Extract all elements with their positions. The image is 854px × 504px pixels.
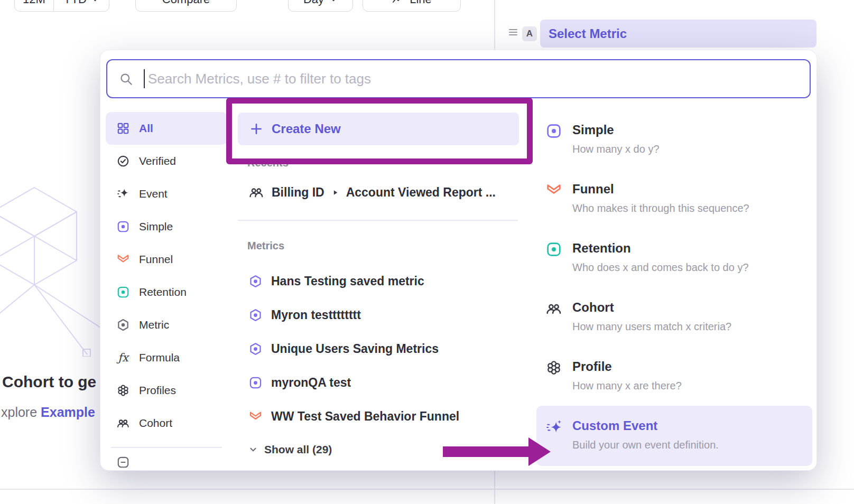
sidebar-item-label: Profiles [139, 384, 176, 397]
sidebar-item-retention[interactable]: Retention [106, 276, 227, 309]
chevron-down-icon [248, 445, 258, 454]
select-metric-field[interactable]: Select Metric [540, 20, 816, 48]
search-box [106, 59, 811, 98]
create-new-label: Create New [272, 122, 341, 136]
chart-type-line-button[interactable]: Line [363, 0, 461, 12]
range-12m-label: 12M [23, 0, 45, 6]
type-title: Retention [572, 240, 804, 257]
background-heading-fragment: Cohort to ge [2, 373, 96, 391]
profiles-flower-icon [545, 359, 562, 376]
simple-metric-icon [248, 376, 263, 390]
plus-icon [249, 122, 263, 136]
simple-metric-icon [545, 123, 562, 139]
type-funnel[interactable]: Funnel Who makes it through this sequenc… [545, 181, 804, 214]
recent-item-secondary: Account Viewed Report ... [346, 185, 496, 200]
cohort-people-icon [116, 416, 130, 430]
breadcrumb-arrow-icon [332, 189, 339, 196]
chevron-down-icon [329, 0, 338, 4]
search-icon [119, 72, 133, 86]
metric-list-item[interactable]: Unique Users Saving Metrics [238, 332, 519, 366]
funnel-icon [545, 182, 562, 199]
type-title: Cohort [572, 299, 804, 316]
show-all-label: Show all (29) [264, 443, 332, 456]
type-description: How many x do y? [572, 143, 804, 155]
range-12m-button[interactable]: 12M [15, 0, 54, 11]
type-description: How many x are there? [572, 380, 804, 392]
sidebar-item-label: Retention [139, 286, 187, 298]
sidebar-item-label: Verified [139, 155, 176, 167]
compare-button[interactable]: Compare [135, 0, 237, 12]
sidebar-item-label: Simple [139, 220, 173, 233]
type-cohort[interactable]: Cohort How many users match x criteria? [545, 299, 804, 333]
grid-icon [116, 122, 130, 135]
sidebar-item-partial[interactable] [106, 455, 227, 471]
sidebar-item-funnel[interactable]: Funnel [106, 243, 227, 276]
sidebar-item-label: Cohort [139, 417, 172, 430]
metric-label: WW Test Saved Behavior Funnel [271, 409, 459, 424]
type-profile[interactable]: Profile How many x are there? [545, 358, 804, 392]
date-range-segmented-control: 12M YTD [14, 0, 109, 12]
explore-fragment: xplore [1, 405, 41, 419]
recents-header: Recents [247, 157, 519, 169]
sidebar-item-all[interactable]: All [106, 112, 227, 145]
metric-list-item[interactable]: Myron testttttttt [238, 298, 519, 332]
sidebar-item-event[interactable]: Event [106, 178, 227, 210]
type-title: Custom Event [572, 417, 804, 434]
show-all-toggle[interactable]: Show all (29) [238, 439, 519, 460]
metrics-column: Create New Recents Billing ID Account Vi… [238, 113, 519, 460]
metric-hexagon-icon [116, 318, 130, 332]
metric-row-badge: A [522, 26, 537, 41]
type-custom-event[interactable]: Custom Event Build your own event defini… [545, 417, 804, 451]
create-new-button[interactable]: Create New [238, 113, 519, 145]
metric-label: Unique Users Saving Metrics [271, 342, 439, 356]
sidebar-item-cohort[interactable]: Cohort [106, 407, 227, 440]
verified-badge-icon [116, 154, 130, 168]
interval-day-button[interactable]: Day [288, 0, 353, 12]
example-link[interactable]: Example [41, 405, 95, 419]
formula-fx-icon: ƒx [116, 351, 130, 364]
profiles-flower-icon [116, 384, 130, 397]
clipped-icon [116, 455, 130, 469]
metrics-header: Metrics [247, 240, 519, 252]
day-label: Day [303, 0, 324, 6]
metric-label: myronQA test [271, 376, 351, 390]
recent-item-primary: Billing ID [272, 185, 324, 200]
chevron-down-icon [91, 0, 99, 4]
sidebar-item-profiles[interactable]: Profiles [106, 374, 227, 407]
sidebar-item-formula[interactable]: ƒx Formula [106, 341, 227, 374]
sidebar-item-metric[interactable]: Metric [106, 309, 227, 341]
sidebar-item-label: Formula [139, 351, 180, 364]
line-chart-icon [392, 0, 404, 6]
recent-item[interactable]: Billing ID Account Viewed Report ... [238, 178, 519, 207]
metric-list-item[interactable]: WW Test Saved Behavior Funnel [238, 400, 519, 434]
search-input[interactable] [145, 71, 810, 87]
range-ytd-button[interactable]: YTD [54, 0, 109, 11]
type-description: Who makes it through this sequence? [572, 202, 804, 214]
sidebar-item-label: Funnel [139, 253, 173, 266]
metric-label: Myron testttttttt [271, 308, 361, 322]
saved-metric-hexagon-icon [248, 274, 263, 288]
sidebar-item-verified[interactable]: Verified [106, 145, 227, 178]
sidebar-item-label: Event [139, 188, 168, 200]
type-title: Simple [572, 122, 804, 138]
metric-list-item[interactable]: Hans Testing saved metric [238, 265, 519, 298]
drag-handle-icon[interactable] [508, 28, 518, 36]
funnel-icon [248, 409, 263, 424]
type-title: Funnel [572, 181, 804, 198]
app-canvas: Cohort to ge xplore Example 12M YTD Comp… [0, 0, 854, 504]
retention-icon [116, 285, 130, 299]
metric-list-item[interactable]: myronQA test [238, 366, 519, 400]
line-label: Line [410, 0, 432, 6]
sidebar-item-label: All [139, 122, 153, 135]
type-retention[interactable]: Retention Who does x and comes back to d… [545, 240, 804, 274]
saved-metric-hexagon-icon [248, 342, 263, 356]
sidebar-item-simple[interactable]: Simple [106, 210, 227, 243]
retention-icon [545, 241, 562, 258]
simple-metric-icon [116, 220, 130, 234]
funnel-icon [116, 253, 130, 266]
type-simple[interactable]: Simple How many x do y? [545, 122, 804, 155]
metric-picker-modal: All Verified Event Simple Funnel Retenti… [100, 50, 816, 470]
saved-metric-hexagon-icon [248, 308, 263, 322]
panel-horizontal-divider [0, 489, 854, 490]
cohort-people-icon [248, 184, 264, 200]
